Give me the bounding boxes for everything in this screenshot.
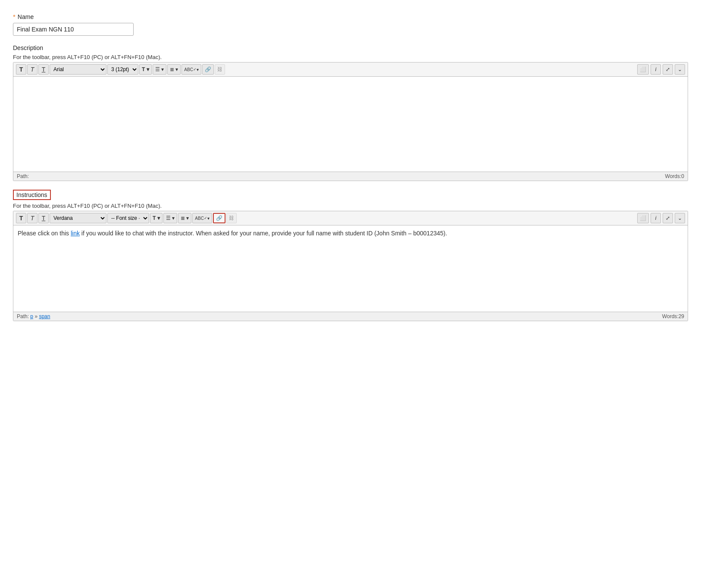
instructions-fontsize-select[interactable]: -- Font size · 3 (12pt) 1 (8pt) [107, 213, 149, 223]
instructions-label-text: Instructions [13, 190, 51, 200]
instructions-bold-btn[interactable]: T [16, 213, 26, 223]
description-bullet-btn[interactable]: ☰ ▾ [153, 64, 166, 75]
description-editor: T T T Arial Verdana Times New Roman 3 (1… [13, 62, 688, 181]
instructions-link[interactable]: link [71, 230, 80, 237]
name-label-text: Name [18, 13, 34, 20]
instructions-toolbar-right: ⬜ i ⤢ ⌄ [637, 213, 685, 223]
description-screen-btn[interactable]: ⬜ [637, 64, 649, 75]
instructions-toolbar: T T T Verdana Arial Times New Roman -- F… [13, 211, 688, 225]
description-fontsize-select[interactable]: 3 (12pt) 1 (8pt) 2 (10pt) 4 (14pt) [107, 64, 138, 75]
instructions-expand-btn[interactable]: ⤢ [663, 213, 673, 223]
instructions-font-select[interactable]: Verdana Arial Times New Roman [50, 213, 106, 223]
instructions-toolbar-hint: For the toolbar, press ALT+F10 (PC) or A… [13, 203, 688, 209]
description-unlink-btn[interactable]: ⛓ [215, 64, 225, 75]
description-italic-btn[interactable]: T [27, 64, 38, 75]
instructions-spellcheck-btn[interactable]: ABC✓ ▾ [192, 213, 212, 223]
instructions-content-after-link: if you would like to chat with the instr… [80, 230, 447, 237]
instructions-italic-btn[interactable]: T [27, 213, 38, 223]
description-numbered-btn[interactable]: ≣ ▾ [167, 64, 181, 75]
description-bold-btn[interactable]: T [16, 64, 26, 75]
instructions-editor: T T T Verdana Arial Times New Roman -- F… [13, 211, 688, 321]
description-label: Description [13, 44, 688, 51]
name-field-section: * Name [13, 13, 688, 36]
instructions-editor-body[interactable]: Please click on this link if you would l… [13, 225, 688, 312]
description-toolbar-hint: For the toolbar, press ALT+F10 (PC) or A… [13, 54, 688, 60]
description-font-select[interactable]: Arial Verdana Times New Roman [50, 64, 106, 75]
instructions-bullet-btn[interactable]: ☰ ▾ [163, 213, 177, 223]
instructions-link-btn[interactable]: 🔗 [213, 213, 225, 223]
instructions-screen-btn[interactable]: ⬜ [637, 213, 649, 223]
instructions-textcolor-btn[interactable]: T ▾ [150, 213, 163, 223]
instructions-unlink-btn[interactable]: ⛓ [226, 213, 237, 223]
description-editor-footer: Path: Words:0 [13, 172, 688, 181]
instructions-numbered-btn[interactable]: ≣ ▾ [178, 213, 191, 223]
instructions-editor-footer: Path: p » span Words:29 [13, 312, 688, 321]
name-input[interactable] [13, 23, 134, 36]
description-toolbar-right: ⬜ i ⤢ ⌄ [637, 64, 685, 75]
description-collapse-btn[interactable]: ⌄ [675, 64, 685, 75]
instructions-path-span[interactable]: span [39, 313, 50, 319]
required-star: * [13, 13, 16, 20]
instructions-info-btn[interactable]: i [651, 213, 661, 223]
instructions-label: Instructions [13, 190, 688, 203]
description-underline-btn[interactable]: T [38, 64, 49, 75]
description-editor-body[interactable] [13, 77, 688, 172]
instructions-field-section: Instructions For the toolbar, press ALT+… [13, 190, 688, 321]
description-label-text: Description [13, 44, 43, 51]
description-expand-btn[interactable]: ⤢ [663, 64, 673, 75]
instructions-collapse-btn[interactable]: ⌄ [675, 213, 685, 223]
instructions-words: Words:29 [662, 313, 684, 319]
description-info-btn[interactable]: i [651, 64, 661, 75]
description-words: Words:0 [665, 173, 684, 179]
instructions-underline-btn[interactable]: T [38, 213, 49, 223]
name-label: * Name [13, 13, 688, 20]
instructions-path-label: Path: p » span [17, 313, 50, 319]
description-field-section: Description For the toolbar, press ALT+F… [13, 44, 688, 181]
instructions-content-before-link: Please click on this [18, 230, 71, 237]
description-toolbar: T T T Arial Verdana Times New Roman 3 (1… [13, 63, 688, 77]
description-path: Path: [17, 173, 29, 179]
description-spellcheck-btn[interactable]: ABC✓ ▾ [182, 64, 201, 75]
instructions-path-p[interactable]: p [30, 313, 33, 319]
description-textcolor-btn[interactable]: T ▾ [139, 64, 152, 75]
description-link-btn[interactable]: 🔗 [202, 64, 214, 75]
